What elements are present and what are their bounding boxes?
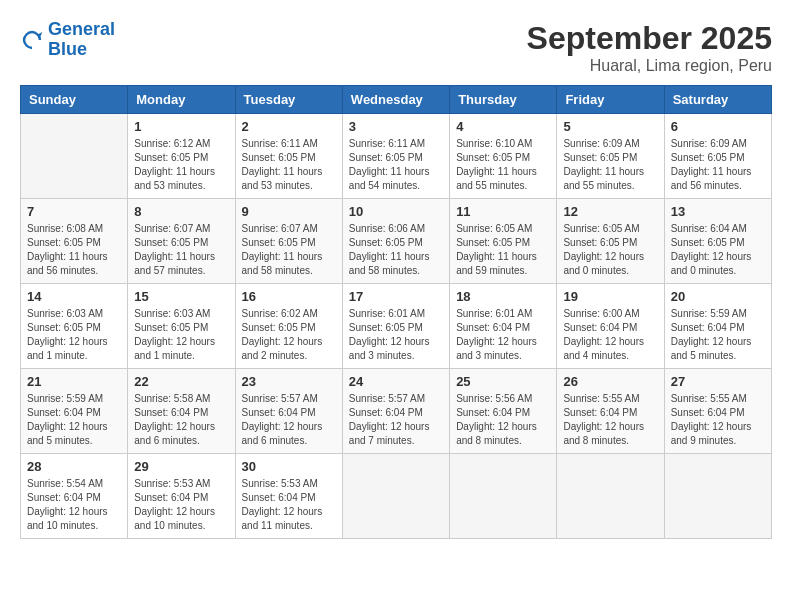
col-friday: Friday — [557, 86, 664, 114]
day-info: Sunrise: 5:58 AMSunset: 6:04 PMDaylight:… — [134, 392, 228, 448]
day-number: 19 — [563, 289, 657, 304]
day-info: Sunrise: 6:11 AMSunset: 6:05 PMDaylight:… — [242, 137, 336, 193]
day-number: 20 — [671, 289, 765, 304]
day-number: 29 — [134, 459, 228, 474]
day-number: 30 — [242, 459, 336, 474]
calendar-cell — [664, 454, 771, 539]
day-number: 17 — [349, 289, 443, 304]
day-number: 2 — [242, 119, 336, 134]
day-number: 4 — [456, 119, 550, 134]
day-info: Sunrise: 6:05 AMSunset: 6:05 PMDaylight:… — [456, 222, 550, 278]
day-number: 10 — [349, 204, 443, 219]
day-info: Sunrise: 6:03 AMSunset: 6:05 PMDaylight:… — [134, 307, 228, 363]
logo: General Blue — [20, 20, 115, 60]
week-row-4: 21Sunrise: 5:59 AMSunset: 6:04 PMDayligh… — [21, 369, 772, 454]
calendar-cell: 11Sunrise: 6:05 AMSunset: 6:05 PMDayligh… — [450, 199, 557, 284]
calendar-cell: 14Sunrise: 6:03 AMSunset: 6:05 PMDayligh… — [21, 284, 128, 369]
day-number: 11 — [456, 204, 550, 219]
day-number: 21 — [27, 374, 121, 389]
calendar-cell: 21Sunrise: 5:59 AMSunset: 6:04 PMDayligh… — [21, 369, 128, 454]
day-info: Sunrise: 6:07 AMSunset: 6:05 PMDaylight:… — [242, 222, 336, 278]
day-info: Sunrise: 5:56 AMSunset: 6:04 PMDaylight:… — [456, 392, 550, 448]
logo-icon — [20, 28, 44, 52]
calendar-cell: 6Sunrise: 6:09 AMSunset: 6:05 PMDaylight… — [664, 114, 771, 199]
day-info: Sunrise: 6:10 AMSunset: 6:05 PMDaylight:… — [456, 137, 550, 193]
calendar-cell: 17Sunrise: 6:01 AMSunset: 6:05 PMDayligh… — [342, 284, 449, 369]
page-header: General Blue September 2025 Huaral, Lima… — [20, 20, 772, 75]
calendar-cell: 25Sunrise: 5:56 AMSunset: 6:04 PMDayligh… — [450, 369, 557, 454]
day-number: 5 — [563, 119, 657, 134]
day-number: 22 — [134, 374, 228, 389]
day-info: Sunrise: 5:55 AMSunset: 6:04 PMDaylight:… — [563, 392, 657, 448]
day-number: 18 — [456, 289, 550, 304]
calendar-cell: 4Sunrise: 6:10 AMSunset: 6:05 PMDaylight… — [450, 114, 557, 199]
calendar-subtitle: Huaral, Lima region, Peru — [527, 57, 772, 75]
day-number: 25 — [456, 374, 550, 389]
calendar-cell: 26Sunrise: 5:55 AMSunset: 6:04 PMDayligh… — [557, 369, 664, 454]
calendar-title: September 2025 — [527, 20, 772, 57]
col-sunday: Sunday — [21, 86, 128, 114]
day-number: 26 — [563, 374, 657, 389]
day-info: Sunrise: 5:53 AMSunset: 6:04 PMDaylight:… — [134, 477, 228, 533]
calendar-cell: 28Sunrise: 5:54 AMSunset: 6:04 PMDayligh… — [21, 454, 128, 539]
calendar-cell: 20Sunrise: 5:59 AMSunset: 6:04 PMDayligh… — [664, 284, 771, 369]
day-number: 1 — [134, 119, 228, 134]
col-monday: Monday — [128, 86, 235, 114]
day-info: Sunrise: 6:04 AMSunset: 6:05 PMDaylight:… — [671, 222, 765, 278]
day-info: Sunrise: 6:08 AMSunset: 6:05 PMDaylight:… — [27, 222, 121, 278]
calendar-cell — [450, 454, 557, 539]
calendar-cell: 9Sunrise: 6:07 AMSunset: 6:05 PMDaylight… — [235, 199, 342, 284]
day-info: Sunrise: 6:11 AMSunset: 6:05 PMDaylight:… — [349, 137, 443, 193]
day-info: Sunrise: 5:54 AMSunset: 6:04 PMDaylight:… — [27, 477, 121, 533]
calendar-cell: 12Sunrise: 6:05 AMSunset: 6:05 PMDayligh… — [557, 199, 664, 284]
col-thursday: Thursday — [450, 86, 557, 114]
calendar-cell: 24Sunrise: 5:57 AMSunset: 6:04 PMDayligh… — [342, 369, 449, 454]
day-info: Sunrise: 5:57 AMSunset: 6:04 PMDaylight:… — [242, 392, 336, 448]
calendar-table: Sunday Monday Tuesday Wednesday Thursday… — [20, 85, 772, 539]
day-number: 24 — [349, 374, 443, 389]
day-info: Sunrise: 5:55 AMSunset: 6:04 PMDaylight:… — [671, 392, 765, 448]
calendar-cell: 5Sunrise: 6:09 AMSunset: 6:05 PMDaylight… — [557, 114, 664, 199]
day-number: 9 — [242, 204, 336, 219]
week-row-1: 1Sunrise: 6:12 AMSunset: 6:05 PMDaylight… — [21, 114, 772, 199]
calendar-cell: 1Sunrise: 6:12 AMSunset: 6:05 PMDaylight… — [128, 114, 235, 199]
day-info: Sunrise: 6:01 AMSunset: 6:04 PMDaylight:… — [456, 307, 550, 363]
calendar-cell: 8Sunrise: 6:07 AMSunset: 6:05 PMDaylight… — [128, 199, 235, 284]
title-block: September 2025 Huaral, Lima region, Peru — [527, 20, 772, 75]
day-number: 3 — [349, 119, 443, 134]
day-number: 23 — [242, 374, 336, 389]
calendar-cell: 30Sunrise: 5:53 AMSunset: 6:04 PMDayligh… — [235, 454, 342, 539]
day-number: 15 — [134, 289, 228, 304]
day-info: Sunrise: 6:01 AMSunset: 6:05 PMDaylight:… — [349, 307, 443, 363]
calendar-cell: 13Sunrise: 6:04 AMSunset: 6:05 PMDayligh… — [664, 199, 771, 284]
calendar-cell: 22Sunrise: 5:58 AMSunset: 6:04 PMDayligh… — [128, 369, 235, 454]
day-number: 6 — [671, 119, 765, 134]
day-info: Sunrise: 6:00 AMSunset: 6:04 PMDaylight:… — [563, 307, 657, 363]
day-info: Sunrise: 6:05 AMSunset: 6:05 PMDaylight:… — [563, 222, 657, 278]
day-number: 12 — [563, 204, 657, 219]
day-info: Sunrise: 5:53 AMSunset: 6:04 PMDaylight:… — [242, 477, 336, 533]
day-info: Sunrise: 6:07 AMSunset: 6:05 PMDaylight:… — [134, 222, 228, 278]
day-number: 14 — [27, 289, 121, 304]
day-info: Sunrise: 6:09 AMSunset: 6:05 PMDaylight:… — [563, 137, 657, 193]
calendar-cell: 10Sunrise: 6:06 AMSunset: 6:05 PMDayligh… — [342, 199, 449, 284]
day-number: 27 — [671, 374, 765, 389]
col-wednesday: Wednesday — [342, 86, 449, 114]
logo-text: General Blue — [48, 20, 115, 60]
day-info: Sunrise: 6:09 AMSunset: 6:05 PMDaylight:… — [671, 137, 765, 193]
calendar-cell: 27Sunrise: 5:55 AMSunset: 6:04 PMDayligh… — [664, 369, 771, 454]
day-info: Sunrise: 6:03 AMSunset: 6:05 PMDaylight:… — [27, 307, 121, 363]
calendar-cell: 18Sunrise: 6:01 AMSunset: 6:04 PMDayligh… — [450, 284, 557, 369]
day-number: 7 — [27, 204, 121, 219]
day-number: 8 — [134, 204, 228, 219]
day-number: 28 — [27, 459, 121, 474]
day-number: 16 — [242, 289, 336, 304]
week-row-5: 28Sunrise: 5:54 AMSunset: 6:04 PMDayligh… — [21, 454, 772, 539]
week-row-3: 14Sunrise: 6:03 AMSunset: 6:05 PMDayligh… — [21, 284, 772, 369]
calendar-cell: 2Sunrise: 6:11 AMSunset: 6:05 PMDaylight… — [235, 114, 342, 199]
calendar-cell: 16Sunrise: 6:02 AMSunset: 6:05 PMDayligh… — [235, 284, 342, 369]
calendar-cell: 23Sunrise: 5:57 AMSunset: 6:04 PMDayligh… — [235, 369, 342, 454]
calendar-cell: 29Sunrise: 5:53 AMSunset: 6:04 PMDayligh… — [128, 454, 235, 539]
calendar-cell — [21, 114, 128, 199]
week-row-2: 7Sunrise: 6:08 AMSunset: 6:05 PMDaylight… — [21, 199, 772, 284]
